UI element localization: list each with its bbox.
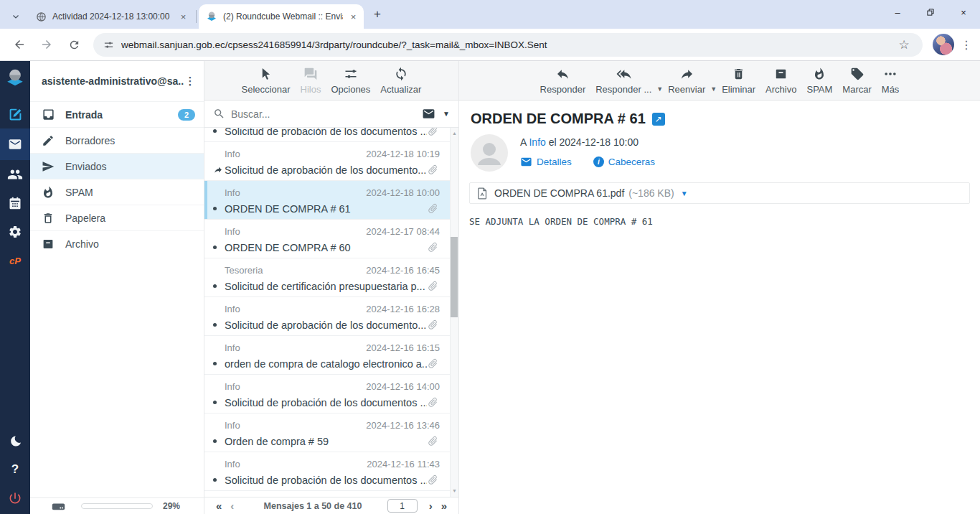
reload-button[interactable]	[62, 32, 86, 57]
dark-mode-button[interactable]	[0, 426, 30, 455]
rail-calendar-button[interactable]	[0, 189, 30, 218]
scrollbar-thumb[interactable]	[451, 237, 458, 317]
back-button[interactable]	[7, 32, 32, 57]
forward-button[interactable]	[34, 32, 59, 57]
message-list-item[interactable]: Info 2024-12-16 10:19	[204, 491, 450, 497]
help-button[interactable]: ?	[0, 455, 30, 484]
message-list-item[interactable]: Info 2024-12-16 11:43 Solicitud de proba…	[204, 452, 450, 491]
bookmark-star-icon[interactable]: ☆	[895, 37, 913, 52]
message-subject: ORDEN DE COMPRA # 60	[225, 242, 427, 253]
sidebar-item-spam[interactable]: SPAM	[30, 179, 204, 205]
message-list-item[interactable]: Info 2024-12-16 16:15 orden de compra de…	[204, 336, 450, 375]
account-menu-icon[interactable]: ⋮	[184, 75, 197, 88]
spam-button[interactable]: SPAM	[801, 67, 837, 95]
reply-all-caret-icon[interactable]: ▼	[656, 85, 663, 93]
sidebar-item-papelera[interactable]: Papelera	[30, 205, 204, 230]
browser-menu-icon[interactable]: ⋮	[958, 38, 974, 52]
forward-caret-icon[interactable]: ▼	[710, 85, 717, 93]
rail-settings-button[interactable]	[0, 218, 30, 246]
rail-contacts-button[interactable]	[0, 160, 30, 189]
headers-link[interactable]: i Cabeceras	[593, 156, 655, 167]
message-sender: Info	[225, 149, 240, 159]
sidebar-item-archivo[interactable]: Archivo	[30, 230, 204, 256]
search-input[interactable]	[231, 108, 418, 120]
url-text[interactable]: webmail.sanjuan.gob.ec/cpsess2416859914/…	[121, 39, 895, 50]
next-page-button[interactable]: ›	[425, 500, 437, 511]
tab-search-button[interactable]	[6, 9, 26, 24]
archive-button[interactable]: Archivo	[760, 67, 801, 95]
message-list-item[interactable]: Info 2024-12-17 08:44 ORDEN DE COMPRA # …	[204, 220, 450, 258]
first-page-button[interactable]: «	[212, 500, 226, 511]
message-list-item[interactable]: Solicitud de probación de los documentos…	[204, 128, 450, 142]
message-list-item[interactable]: Info 2024-12-16 14:00 Solicitud de proba…	[204, 375, 450, 413]
moon-icon	[9, 434, 22, 448]
window-restore-button[interactable]	[914, 0, 947, 24]
reply-button[interactable]: Responder	[535, 67, 591, 95]
tab-close-icon[interactable]: ×	[177, 11, 189, 23]
compose-button[interactable]	[0, 100, 30, 128]
last-page-button[interactable]: »	[437, 500, 451, 511]
delete-button[interactable]: Eliminar	[717, 67, 760, 95]
message-list-panel: Seleccionar Hilos Opciones Actualizar ▼	[204, 61, 459, 514]
search-icon	[213, 108, 225, 120]
details-link[interactable]: Detalles	[520, 156, 572, 168]
browser-tab-2-active[interactable]: (2) Roundcube Webmail :: Envia ×	[199, 4, 364, 29]
message-sender: Info	[225, 381, 240, 392]
archive-icon	[42, 238, 56, 251]
message-sender: Tesoreria	[225, 265, 263, 276]
mark-button[interactable]: Marcar	[837, 67, 876, 95]
page-number-input[interactable]	[387, 499, 418, 513]
site-settings-icon[interactable]	[103, 39, 114, 50]
refresh-button[interactable]: Actualizar	[375, 67, 426, 95]
cpanel-logo[interactable]: cP	[0, 246, 30, 275]
read-status-dot-icon	[213, 284, 217, 288]
trash-icon	[42, 212, 56, 225]
sidebar-item-enviados[interactable]: Enviados	[30, 153, 204, 179]
list-scrollbar[interactable]: ▲ ▼	[450, 128, 458, 497]
scroll-down-icon[interactable]: ▼	[452, 485, 457, 495]
attachment-name[interactable]: ORDEN DE COMPRA 61.pdf	[494, 187, 624, 199]
gear-icon	[8, 225, 22, 239]
message-subject: Solicitud de aprobación de los documento…	[225, 164, 427, 176]
message-list-item[interactable]: Info 2024-12-16 13:46 Orden de compra # …	[204, 413, 450, 452]
search-scope-mail-icon[interactable]	[422, 107, 435, 121]
rail-mail-button[interactable]	[0, 128, 30, 160]
prev-page-button[interactable]: ‹	[226, 500, 238, 511]
sidebar-item-entrada[interactable]: Entrada 2	[30, 101, 204, 127]
new-tab-button[interactable]: +	[368, 5, 387, 24]
options-button[interactable]: Opciones	[326, 67, 375, 95]
threads-button[interactable]: Hilos	[296, 67, 326, 95]
account-name: asistente-administrativo@sa...	[42, 75, 184, 87]
message-list-item[interactable]: Info 2024-12-18 10:00 ORDEN DE COMPRA # …	[204, 181, 450, 220]
logout-button[interactable]	[0, 484, 30, 513]
attachment-menu-caret-icon[interactable]: ▼	[681, 190, 688, 197]
attachment-row[interactable]: ORDEN DE COMPRA 61.pdf (~186 KB) ▼	[469, 182, 970, 204]
scroll-up-icon[interactable]: ▲	[452, 128, 457, 138]
message-subject-title: ORDEN DE COMPRA # 61	[471, 111, 646, 127]
restore-icon	[926, 8, 935, 17]
search-options-caret-icon[interactable]: ▼	[443, 110, 450, 118]
paperclip-icon	[425, 161, 442, 178]
tab-close-icon[interactable]: ×	[347, 11, 359, 23]
message-subject: Solicitud de probación de los documentos…	[225, 397, 427, 408]
message-subject: Solicitud de certificación presupuestari…	[225, 281, 427, 292]
window-controls: – ×	[881, 0, 980, 24]
forward-icon	[679, 67, 694, 81]
window-close-button[interactable]: ×	[947, 0, 980, 24]
message-list-item[interactable]: Info 2024-12-18 10:19 Solicitud de aprob…	[204, 142, 450, 181]
more-button[interactable]: Más	[877, 67, 905, 95]
window-minimize-button[interactable]: –	[881, 0, 914, 24]
message-date: 2024-12-16 13:46	[366, 420, 440, 431]
select-button[interactable]: Seleccionar	[237, 67, 296, 95]
address-bar[interactable]: webmail.sanjuan.gob.ec/cpsess2416859914/…	[93, 33, 923, 57]
reply-all-icon	[616, 67, 632, 81]
recipient-link[interactable]: Info	[529, 136, 545, 148]
open-in-new-window-icon[interactable]: ↗	[652, 113, 665, 126]
reply-all-button[interactable]: Responder ...	[590, 67, 656, 95]
message-list-item[interactable]: Info 2024-12-16 16:28 Solicitud de aprob…	[204, 297, 450, 336]
sidebar-item-borradores[interactable]: Borradores	[30, 127, 204, 153]
forward-button-mail[interactable]: Reenviar	[663, 67, 710, 95]
browser-tab-1[interactable]: Actividad 2024-12-18 13:00:00 ×	[29, 4, 194, 29]
browser-profile-avatar[interactable]	[933, 34, 954, 55]
message-list-item[interactable]: Tesoreria 2024-12-16 16:45 Solicitud de …	[204, 258, 450, 297]
